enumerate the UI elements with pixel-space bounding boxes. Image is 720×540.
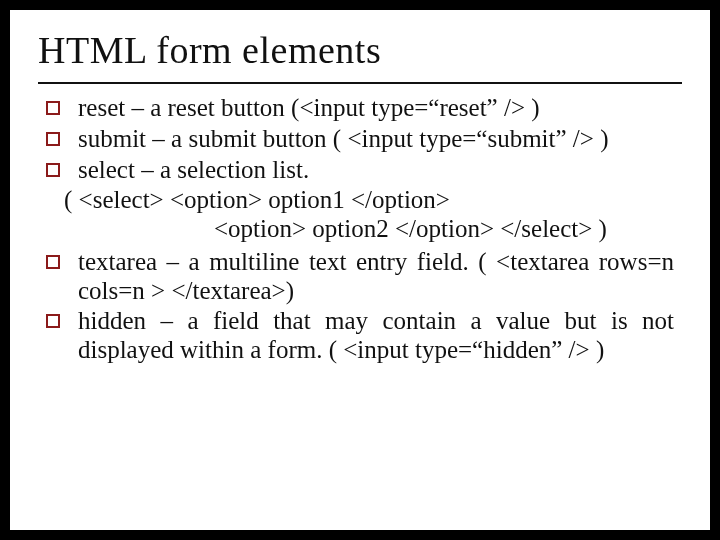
code-line: ( <select> <option> option1 </option> (64, 186, 674, 215)
slide-content: reset – a reset button (<input type=“res… (10, 94, 710, 365)
bullet-icon (46, 101, 60, 115)
bullet-text: reset – a reset button (<input type=“res… (78, 94, 674, 123)
bullet-text: submit – a submit button ( <input type=“… (78, 125, 674, 154)
slide-title: HTML form elements (10, 10, 710, 76)
bullet-row: textarea – a multiline text entry field.… (46, 248, 674, 306)
bullet-text: select – a selection list. (78, 156, 674, 185)
bullet-row: reset – a reset button (<input type=“res… (46, 94, 674, 123)
title-underline (38, 82, 682, 84)
bullet-row: hidden – a field that may contain a valu… (46, 307, 674, 365)
code-block: ( <select> <option> option1 </option> <o… (46, 186, 674, 244)
bullet-icon (46, 255, 60, 269)
bullet-icon (46, 163, 60, 177)
code-line: <option> option2 </option> </select> ) (64, 215, 674, 244)
slide: HTML form elements reset – a reset butto… (10, 10, 710, 530)
bullet-text: hidden – a field that may contain a valu… (78, 307, 674, 365)
bullet-row: select – a selection list. (46, 156, 674, 185)
bullet-text: textarea – a multiline text entry field.… (78, 248, 674, 306)
bullet-icon (46, 314, 60, 328)
bullet-icon (46, 132, 60, 146)
bullet-row: submit – a submit button ( <input type=“… (46, 125, 674, 154)
